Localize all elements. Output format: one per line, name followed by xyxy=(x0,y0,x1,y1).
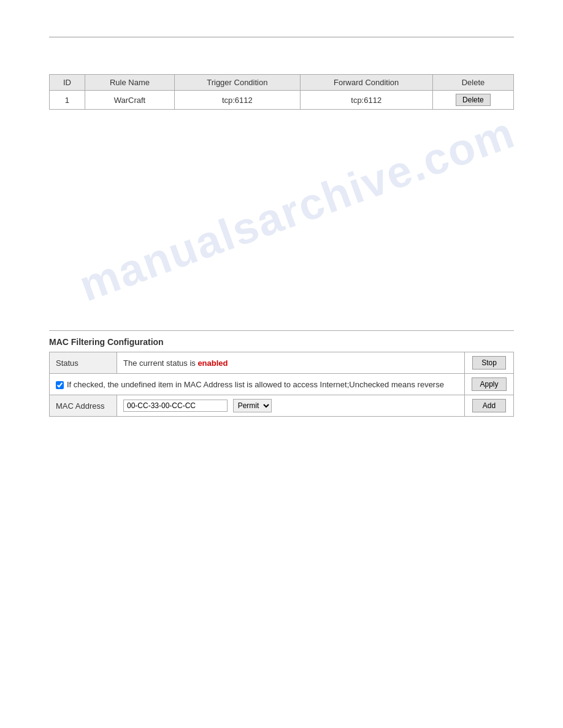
status-content: The current status is enabled xyxy=(117,352,465,374)
mac-table: Status The current status is enabled Sto… xyxy=(49,352,514,417)
row-delete-cell: Delete xyxy=(432,91,513,110)
col-header-id: ID xyxy=(50,75,85,91)
apply-button[interactable]: Apply xyxy=(472,377,506,391)
col-header-rulename: Rule Name xyxy=(85,75,174,91)
checkbox-cell: If checked, the undefined item in MAC Ad… xyxy=(50,374,465,395)
row-id: 1 xyxy=(50,91,85,110)
page-container: ID Rule Name Trigger Condition Forward C… xyxy=(0,0,563,728)
status-row: Status The current status is enabled Sto… xyxy=(50,352,514,374)
mac-filtering-section: MAC Filtering Configuration Status The c… xyxy=(49,330,514,417)
permit-select[interactable]: Permit Deny xyxy=(233,399,272,412)
watermark: manualsarchive.com xyxy=(72,107,521,311)
status-text-prefix: The current status is xyxy=(123,358,197,368)
col-header-forward: Forward Condition xyxy=(300,75,432,91)
add-button[interactable]: Add xyxy=(472,399,506,412)
mac-address-cell: Permit Deny xyxy=(117,395,465,417)
mac-address-input[interactable] xyxy=(123,400,228,412)
row-forward-condition: tcp:6112 xyxy=(300,91,432,110)
col-header-delete: Delete xyxy=(432,75,513,91)
mac-address-label: MAC Address xyxy=(50,395,117,417)
allow-undefined-checkbox[interactable] xyxy=(56,381,64,389)
stop-button[interactable]: Stop xyxy=(472,356,506,370)
col-header-trigger: Trigger Condition xyxy=(175,75,300,91)
mac-address-row: MAC Address Permit Deny Add xyxy=(50,395,514,417)
table-row: 1 WarCraft tcp:6112 tcp:6112 Delete xyxy=(50,91,514,110)
checkbox-row: If checked, the undefined item in MAC Ad… xyxy=(50,374,514,395)
top-divider xyxy=(49,37,514,37)
row-rule-name: WarCraft xyxy=(85,91,174,110)
port-trigger-table: ID Rule Name Trigger Condition Forward C… xyxy=(49,74,514,110)
delete-button[interactable]: Delete xyxy=(456,94,491,106)
row-trigger-condition: tcp:6112 xyxy=(175,91,300,110)
status-label: Status xyxy=(50,352,117,374)
apply-cell: Apply xyxy=(465,374,514,395)
stop-cell: Stop xyxy=(465,352,514,374)
section-divider xyxy=(49,330,514,331)
add-cell: Add xyxy=(465,395,514,417)
status-enabled-text: enabled xyxy=(197,358,228,368)
section-title: MAC Filtering Configuration xyxy=(49,337,514,347)
checkbox-label[interactable]: If checked, the undefined item in MAC Ad… xyxy=(56,380,458,389)
checkbox-text: If checked, the undefined item in MAC Ad… xyxy=(67,380,444,389)
